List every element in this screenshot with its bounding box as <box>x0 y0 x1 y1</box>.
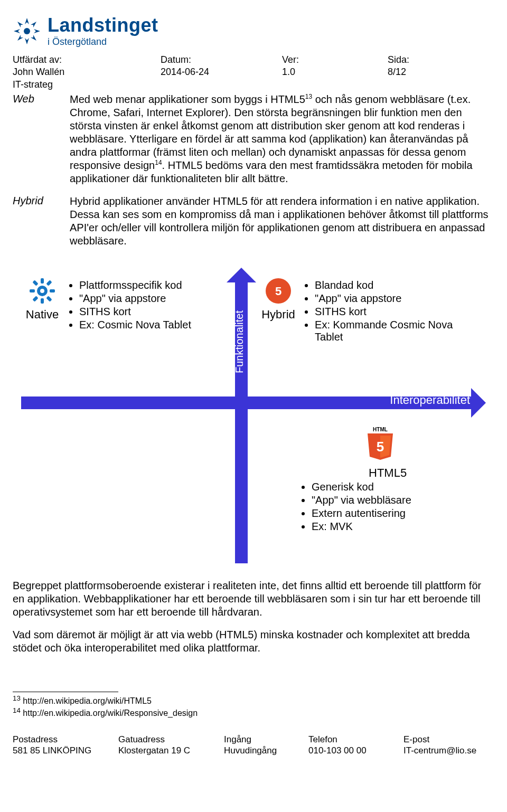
footer-c3-val: Huvudingång <box>224 745 308 756</box>
list-item: Ex: Cosmic Nova Tablet <box>79 319 191 331</box>
svg-text:5: 5 <box>275 285 281 298</box>
list-item: SITHS kort <box>315 306 480 318</box>
footnote-13: http://en.wikipedia.org/wiki/HTML5 <box>23 697 152 706</box>
svg-rect-3 <box>41 298 44 304</box>
quadrant-native-title: Native <box>26 308 59 322</box>
footer-c3-hdr: Ingång <box>224 734 308 745</box>
svg-rect-7 <box>46 280 52 286</box>
brand-logo: Landstinget i Östergötland <box>13 16 494 46</box>
html5-badge-icon: HTML 5 <box>364 426 396 461</box>
post-para-1: Begreppet plattformsoberoende existerar … <box>13 579 494 619</box>
footer-c5-val: IT-centrum@lio.se <box>403 745 488 756</box>
svg-rect-2 <box>41 278 44 284</box>
svg-rect-8 <box>32 296 38 302</box>
web-text-a: Med web menar applikationer som byggs i … <box>70 93 305 105</box>
list-item: Ex: MVK <box>312 521 486 533</box>
list-item: "App" via webbläsare <box>312 494 486 506</box>
svg-point-0 <box>24 28 30 34</box>
doc-meta: Utfärdat av: John Wallén IT-strateg Datu… <box>13 54 494 91</box>
footer-c5-hdr: E-post <box>403 734 488 745</box>
footnote-refs: 13 http://en.wikipedia.org/wiki/HTML5 14… <box>13 692 494 718</box>
web-sup-b: 14 <box>155 159 162 167</box>
web-sup-a: 13 <box>305 93 312 101</box>
footnote-sup-14: 14 <box>13 706 21 714</box>
footer-c2-hdr: Gatuadress <box>118 734 224 745</box>
list-item: Plattformsspecifik kod <box>79 279 191 291</box>
footer-c1-hdr: Postadress <box>13 734 118 745</box>
footer-c4-hdr: Telefon <box>308 734 403 745</box>
date-label: Datum: <box>161 54 282 66</box>
list-item: Extern autentisering <box>312 507 486 520</box>
quadrant-html5-title: HTML5 <box>369 466 407 480</box>
page-value: 8/12 <box>388 66 477 78</box>
html5-icon: 5 <box>265 277 292 305</box>
quadrant-html5: HTML 5 HTML5 Generisk kod "App" via webb… <box>301 426 486 534</box>
term-hybrid: Hybrid <box>13 195 65 257</box>
issued-by-label: Utfärdat av: <box>13 54 161 66</box>
svg-text:5: 5 <box>377 439 384 455</box>
brand-line2: i Östergötland <box>48 37 158 46</box>
page-label: Sida: <box>388 54 477 66</box>
list-item: "App" via appstore <box>315 292 480 305</box>
svg-rect-9 <box>46 296 52 302</box>
list-item: Generisk kod <box>312 481 486 493</box>
para-web: Med web menar applikationer som byggs i … <box>70 93 494 185</box>
footnote-sup-13: 13 <box>13 694 21 702</box>
term-web: Web <box>13 93 65 195</box>
issued-by-name: John Wallén <box>13 66 161 78</box>
quadrant-hybrid: 5 Hybrid Blandad kod "App" via appstore … <box>258 277 480 344</box>
list-item: "App" via appstore <box>79 292 191 305</box>
brand-line1: Landstinget <box>48 16 158 35</box>
page-footer: Postadress 581 85 LINKÖPING Gatuadress K… <box>13 734 494 757</box>
list-item: Blandad kod <box>315 279 480 291</box>
quadrant-native: Native Plattformsspecifik kod "App" via … <box>21 277 227 332</box>
list-item: Ex: Kommande Cosmic Nova Tablet <box>315 319 480 343</box>
footnote-14: http://en.wikipedia.org/wiki/Responsive_… <box>23 709 198 717</box>
ver-value: 1.0 <box>282 66 388 78</box>
svg-point-10 <box>40 289 44 293</box>
footer-c1-val: 581 85 LINKÖPING <box>13 745 118 756</box>
ver-label: Ver: <box>282 54 388 66</box>
post-para-2: Vad som däremot är möjligt är att via we… <box>13 628 494 655</box>
footer-c2-val: Klostergatan 19 C <box>118 745 224 756</box>
date-value: 2014-06-24 <box>161 66 282 78</box>
svg-text:HTML: HTML <box>373 427 388 432</box>
issued-by-role: IT-strateg <box>13 79 161 91</box>
svg-rect-5 <box>50 289 55 292</box>
footer-c4-val: 010-103 00 00 <box>308 745 403 756</box>
axis-horizontal-label: Interoperabilitet <box>390 393 470 407</box>
sun-icon <box>13 17 41 45</box>
axis-vertical-label: Funktionalitet <box>233 310 246 373</box>
svg-rect-4 <box>30 289 35 292</box>
gear-icon <box>29 277 56 305</box>
svg-rect-6 <box>32 280 38 286</box>
quadrant-hybrid-title: Hybrid <box>261 308 295 322</box>
quadrant-diagram: Funktionalitet Interoperabilitet <box>21 268 486 563</box>
para-hybrid: Hybrid applikationer använder HTML5 för … <box>70 195 494 248</box>
list-item: SITHS kort <box>79 306 191 318</box>
